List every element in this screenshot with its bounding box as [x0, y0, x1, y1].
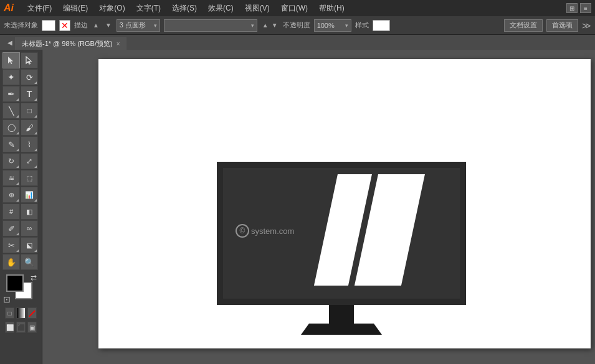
blend-btn[interactable]: ∞: [21, 220, 38, 236]
menu-view[interactable]: 视图(V): [240, 2, 275, 15]
live-paint-btn[interactable]: ⬕: [21, 237, 38, 253]
preferences-button[interactable]: 首选项: [546, 19, 578, 32]
tool-row-6: ✎ ⌇: [2, 136, 39, 152]
lasso-btn[interactable]: ⟳: [21, 69, 38, 85]
pencil-btn[interactable]: ✎: [2, 136, 20, 152]
canvas-area[interactable]: © system.com: [42, 50, 595, 364]
zoom-btn[interactable]: 🔍: [21, 254, 38, 270]
menu-effect[interactable]: 效果(C): [203, 2, 239, 15]
no-selection-label: 未选择对象: [4, 21, 38, 30]
warp-btn[interactable]: ≋: [2, 170, 20, 186]
full-screen-menu-icon[interactable]: ▣: [27, 322, 37, 333]
tool-row-4: ╲ □: [2, 103, 39, 119]
hand-btn[interactable]: ✋: [2, 254, 20, 270]
fill-color-swatch[interactable]: [6, 274, 24, 292]
selection-tool-btn[interactable]: [2, 52, 20, 68]
blob-brush-btn[interactable]: ⌇: [21, 136, 38, 152]
tool-row-2: ✦ ⟳: [2, 69, 39, 85]
rect-btn[interactable]: □: [21, 103, 38, 119]
pen-btn[interactable]: ✒: [2, 86, 20, 102]
line-btn[interactable]: ╲: [2, 103, 20, 119]
tool-row-12: ✂ ⬕: [2, 237, 39, 253]
tool-row-5: ◯ 🖌: [2, 119, 39, 136]
tool-row-7: ↻ ⤢: [2, 153, 39, 169]
default-colors-icon[interactable]: ⊡: [3, 294, 11, 304]
document-tab[interactable]: 未标题-1* @ 98% (RGB/预览) ×: [15, 37, 126, 50]
style-label: 样式: [355, 21, 369, 30]
scale-btn[interactable]: ⤢: [21, 153, 38, 169]
stroke-indicator: ✕: [59, 20, 70, 31]
control-bar-extra[interactable]: ≫: [582, 21, 591, 30]
ai-logo: Ai: [4, 2, 17, 14]
menu-type[interactable]: 文字(T): [131, 2, 166, 15]
monitor-neck: [329, 305, 354, 324]
panel-collapse-btn[interactable]: ◀: [5, 35, 15, 50]
stroke-up-arrow[interactable]: ▼: [104, 22, 113, 29]
free-transform-btn[interactable]: ⬚: [21, 170, 38, 186]
tab-close-button[interactable]: ×: [117, 40, 120, 47]
menu-help[interactable]: 帮助(H): [314, 2, 350, 15]
title-bar: Ai 文件(F) 编辑(E) 对象(O) 文字(T) 选择(S) 效果(C) 视…: [0, 0, 595, 16]
fill-mode-icon[interactable]: □: [5, 307, 14, 319]
watermark-text: system.com: [251, 226, 294, 236]
gradient-mode-icon[interactable]: [16, 307, 26, 319]
control-bar: 未选择对象 ✕ 描边 ▲ ▼ 3 点圆形 ▾ ▲ ▼ 不透明度 100% 样式 …: [0, 16, 595, 35]
title-bar-icons: ⊞ ≡: [566, 3, 591, 13]
type-btn[interactable]: T: [21, 86, 38, 102]
toolbar: ✦ ⟳ ✒ T ╲ □: [0, 50, 42, 364]
mesh-btn[interactable]: #: [2, 203, 20, 220]
graph-btn[interactable]: 📊: [21, 187, 38, 203]
stroke-down-arrow[interactable]: ▲: [92, 22, 100, 29]
rotate-btn[interactable]: ↻: [2, 153, 20, 169]
menu-select[interactable]: 选择(S): [167, 2, 202, 15]
full-screen-icon[interactable]: ⬛: [16, 322, 26, 333]
stroke-dropdown[interactable]: 3 点圆形: [117, 19, 160, 32]
color-area: ⊡ ⇄: [2, 273, 39, 306]
menu-window[interactable]: 窗口(W): [276, 2, 313, 15]
title-icon-2[interactable]: ≡: [580, 3, 591, 13]
normal-screen-icon[interactable]: ⬜: [5, 322, 14, 333]
doc-settings-button[interactable]: 文档设置: [504, 19, 543, 32]
gradient-btn[interactable]: ◧: [21, 203, 38, 220]
monitor-illustration: [217, 162, 466, 335]
brush-dropdown[interactable]: ▾: [164, 19, 257, 32]
magic-wand-btn[interactable]: ✦: [2, 69, 20, 85]
ellipse-btn[interactable]: ◯: [2, 119, 20, 136]
tool-row-13: ✋ 🔍: [2, 254, 39, 270]
menu-file[interactable]: 文件(F): [22, 2, 57, 15]
main-area: ✦ ⟳ ✒ T ╲ □: [0, 50, 595, 364]
watermark: © system.com: [236, 224, 294, 238]
tab-bar: ◀ 未标题-1* @ 98% (RGB/预览) ×: [0, 35, 595, 50]
menu-edit[interactable]: 编辑(E): [58, 2, 93, 15]
tool-row-11: ✐ ∞: [2, 220, 39, 236]
title-icon-1[interactable]: ⊞: [566, 3, 578, 13]
stroke-label: 描边: [74, 21, 88, 30]
tool-row-3: ✒ T: [2, 86, 39, 102]
screen-mode-strip: ⬜ ⬛ ▣: [2, 320, 39, 334]
tool-row-1: [2, 52, 39, 68]
monitor-base: [301, 324, 382, 335]
watermark-circle: ©: [236, 224, 249, 238]
fill-swatch[interactable]: [42, 20, 55, 31]
symbol-btn[interactable]: ⊛: [2, 187, 20, 203]
paintbrush-btn[interactable]: 🖌: [21, 119, 38, 136]
no-fill-icon[interactable]: [27, 307, 37, 319]
menu-bar: 文件(F) 编辑(E) 对象(O) 文字(T) 选择(S) 效果(C) 视图(V…: [22, 2, 561, 15]
opacity-down-arrow[interactable]: ▼: [270, 22, 279, 29]
opacity-dropdown[interactable]: 100%: [314, 19, 351, 32]
svg-marker-1: [26, 57, 31, 64]
bottom-icon-strip: □: [2, 306, 39, 320]
opacity-label: 不透明度: [283, 21, 310, 30]
svg-marker-0: [8, 57, 13, 64]
scissors-btn[interactable]: ✂: [2, 237, 20, 253]
swap-colors-icon[interactable]: ⇄: [31, 273, 37, 282]
eyedropper-btn[interactable]: ✐: [2, 220, 20, 236]
opacity-up-arrow[interactable]: ▲: [261, 22, 270, 29]
tool-row-8: ≋ ⬚: [2, 170, 39, 186]
tool-row-10: # ◧: [2, 203, 39, 220]
direct-selection-tool-btn[interactable]: [21, 52, 38, 68]
menu-object[interactable]: 对象(O): [94, 2, 130, 15]
tool-row-9: ⊛ 📊: [2, 187, 39, 203]
tab-title: 未标题-1* @ 98% (RGB/预览): [22, 39, 113, 49]
style-swatch[interactable]: [373, 20, 390, 31]
